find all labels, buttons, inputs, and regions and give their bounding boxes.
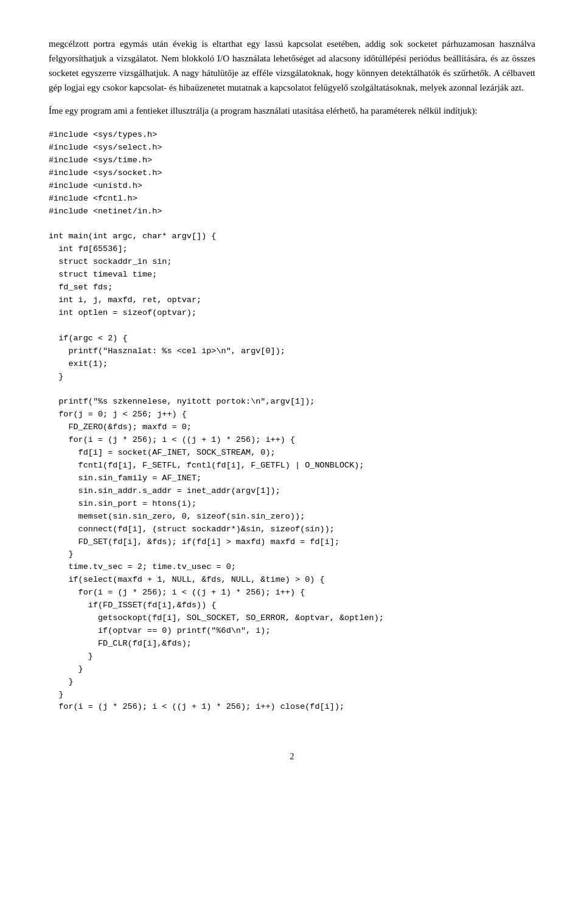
page-number: 2 <box>49 750 535 764</box>
paragraph-2: Íme egy program ami a fentieket illusztr… <box>49 103 535 118</box>
paragraph-1: megcélzott portra egymás után évekig is … <box>49 36 535 95</box>
code-block: #include <sys/types.h> #include <sys/sel… <box>49 129 535 714</box>
